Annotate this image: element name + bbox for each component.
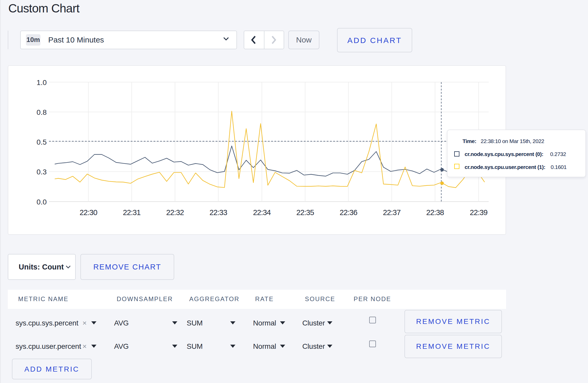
svg-text:22:33: 22:33 [209, 208, 227, 216]
svg-text:22:35: 22:35 [296, 208, 314, 216]
svg-text:22:30: 22:30 [80, 208, 97, 216]
svg-text:22:31: 22:31 [123, 208, 141, 216]
svg-text:22:38: 22:38 [426, 208, 444, 216]
svg-text:1.0: 1.0 [37, 78, 47, 86]
svg-text:22:32: 22:32 [166, 208, 184, 216]
svg-text:22:36: 22:36 [340, 208, 357, 216]
svg-text:22:39: 22:39 [470, 208, 487, 216]
svg-text:22:37: 22:37 [383, 208, 401, 216]
svg-text:22:34: 22:34 [253, 208, 271, 216]
svg-text:0.8: 0.8 [37, 108, 47, 116]
svg-text:0.3: 0.3 [37, 168, 47, 176]
svg-text:0.0: 0.0 [37, 198, 47, 206]
svg-text:0.5: 0.5 [37, 138, 47, 146]
